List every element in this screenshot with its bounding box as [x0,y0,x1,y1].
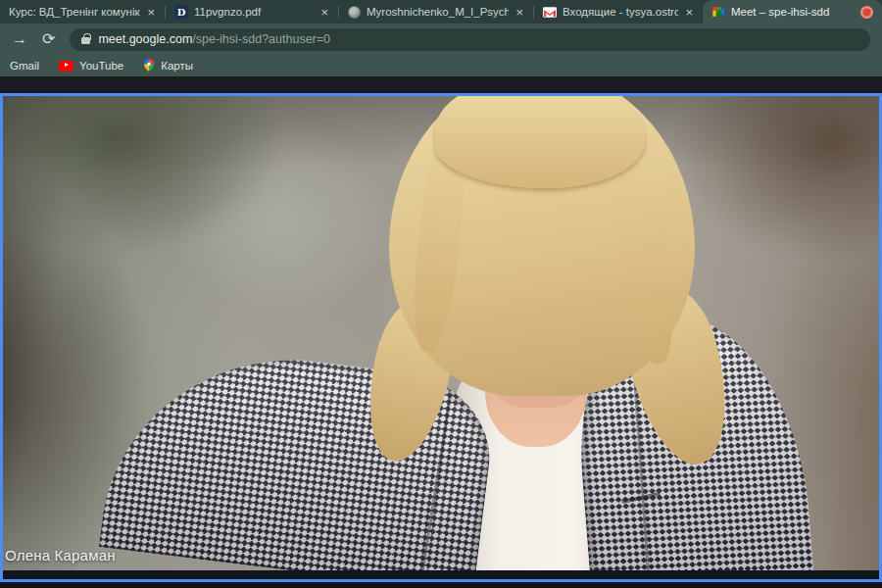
tab-title: 11pvgnzo.pdf [194,6,314,18]
close-icon[interactable]: × [684,6,694,19]
url-host: meet.google.com [98,32,192,46]
browser-window: Курс: ВД_Тренінг комунікативн × D 11pvgn… [0,0,882,588]
meet-favicon [711,5,725,19]
bookmark-maps[interactable]: Карты [143,59,193,74]
url-text: meet.google.com/spe-ihsi-sdd?authuser=0 [98,32,330,46]
recording-indicator [860,6,873,19]
meet-page-background [0,76,882,93]
tab-title: Meet – spe-ihsi-sdd [731,6,855,18]
bookmark-label: Карты [161,60,193,72]
tab-strip: Курс: ВД_Тренінг комунікативн × D 11pvgn… [0,0,882,24]
address-bar[interactable]: meet.google.com/spe-ihsi-sdd?authuser=0 [70,28,870,51]
globe-favicon [348,6,361,19]
bookmark-gmail[interactable]: Gmail [10,60,39,72]
hair-bangs [435,96,645,188]
lock-icon [81,37,90,44]
bookmark-youtube[interactable]: YouTube [59,60,123,72]
desk-edge [3,570,879,579]
tab-course[interactable]: Курс: ВД_Тренінг комунікативн × [0,0,165,24]
youtube-icon [59,61,74,72]
bookmarks-bar: Gmail YouTube Карты [0,55,882,76]
bookmark-label: Gmail [10,60,39,72]
tab-title: Входящие - tysya.ostrovska@gm [563,6,678,18]
close-icon[interactable]: × [146,6,156,19]
meet-page-background-bottom [0,582,882,588]
close-icon[interactable]: × [319,6,329,19]
tab-inbox[interactable]: Входящие - tysya.ostrovska@gm × [534,0,703,24]
tab-title: Курс: ВД_Тренінг комунікативн [9,6,140,18]
docdroid-favicon: D [174,5,188,19]
forward-icon[interactable]: → [12,31,27,47]
toolbar: → ⟳ meet.google.com/spe-ihsi-sdd?authuse… [0,24,882,55]
gmail-favicon [543,7,557,18]
bookmark-label: YouTube [79,60,123,72]
video-feed: Олена Караман [3,96,879,579]
video-tile-active-speaker[interactable]: Олена Караман [0,93,882,582]
close-icon[interactable]: × [514,6,524,19]
tab-pdf[interactable]: D 11pvgnzo.pdf × [166,0,338,24]
participant-name-label: Олена Караман [5,547,116,564]
reload-icon[interactable]: ⟳ [42,31,55,47]
tab-meet-active[interactable]: Meet – spe-ihsi-sdd [703,0,882,24]
maps-icon [143,59,155,74]
tab-title: Myroshnichenko_M_I_Psycholog [367,6,509,18]
tab-psychology[interactable]: Myroshnichenko_M_I_Psycholog × [339,0,533,24]
url-path: /spe-ihsi-sdd?authuser=0 [192,32,330,46]
